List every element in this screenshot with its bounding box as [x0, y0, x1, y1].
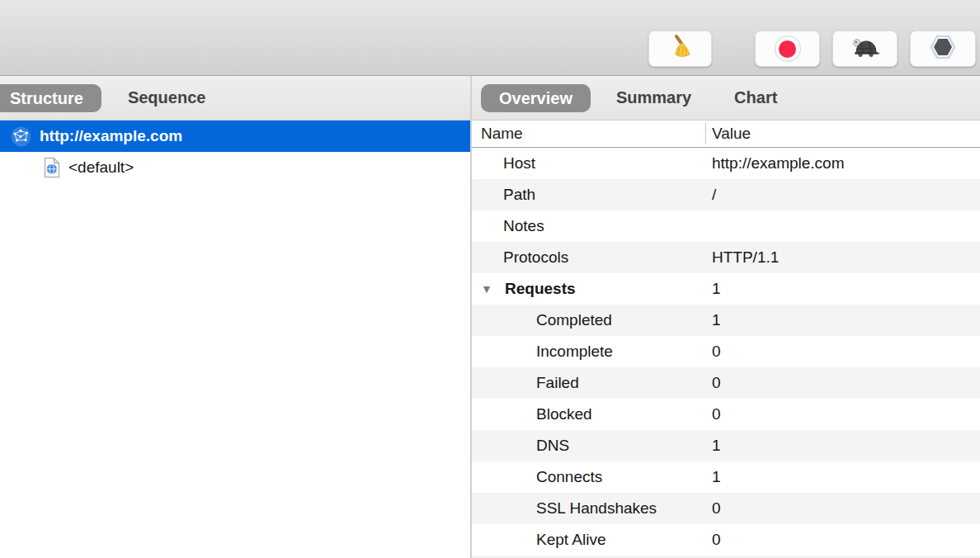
- table-row-notes[interactable]: Notes: [472, 210, 980, 242]
- table-row-requests[interactable]: ▼ Requests 1: [472, 273, 980, 305]
- row-value: 0: [712, 531, 980, 549]
- row-value: 0: [712, 343, 980, 361]
- left-tabbar: Structure Sequence: [0, 76, 470, 121]
- site-tree: http://example.com <default>: [0, 121, 470, 558]
- table-row-failed[interactable]: Failed 0: [472, 367, 980, 399]
- tree-item-label: <default>: [68, 158, 134, 177]
- broom-icon: [667, 33, 695, 64]
- record-button[interactable]: [755, 31, 820, 67]
- row-name: Connects: [472, 468, 712, 486]
- main-area: Structure Sequence: [0, 76, 980, 558]
- row-value: 0: [712, 405, 980, 423]
- row-name: Blocked: [472, 405, 712, 423]
- throttle-button[interactable]: [832, 31, 898, 67]
- table-row-dns[interactable]: DNS 1: [472, 430, 980, 461]
- row-name: Notes: [472, 217, 712, 235]
- row-name: Path: [472, 186, 712, 204]
- record-icon: [775, 35, 801, 62]
- tools-button[interactable]: [910, 31, 976, 67]
- table-row-completed[interactable]: Completed 1: [472, 305, 980, 336]
- table-row-path[interactable]: Path /: [472, 179, 980, 210]
- row-value: 1: [712, 437, 980, 455]
- row-value: 0: [712, 499, 980, 518]
- toolbar: [0, 0, 980, 76]
- overview-table: Name Value Host http://example.com Path …: [472, 121, 980, 558]
- row-value: http://example.com: [712, 154, 980, 173]
- column-header-name[interactable]: Name: [472, 125, 712, 143]
- structure-panel: Structure Sequence: [0, 76, 470, 558]
- table-row-host[interactable]: Host http://example.com: [472, 148, 980, 179]
- row-name: Failed: [472, 374, 712, 392]
- row-name: Incomplete: [472, 343, 712, 361]
- table-row-connects[interactable]: Connects 1: [472, 461, 980, 493]
- row-value: 1: [712, 280, 980, 298]
- row-name: Kept Alive: [472, 531, 712, 549]
- tab-sequence[interactable]: Sequence: [128, 88, 205, 107]
- table-row-protocols[interactable]: Protocols HTTP/1.1: [472, 242, 980, 273]
- table-header: Name Value: [472, 121, 980, 148]
- tab-summary[interactable]: Summary: [616, 88, 691, 107]
- table-row-ssl-handshakes[interactable]: SSL Handshakes 0: [472, 493, 980, 524]
- detail-panel: Overview Summary Chart Name Value Host h…: [472, 76, 980, 558]
- clear-session-button[interactable]: [648, 31, 712, 67]
- table-row-blocked[interactable]: Blocked 0: [472, 399, 980, 430]
- row-name: Completed: [472, 311, 712, 329]
- charles-proxy-window: Structure Sequence: [0, 0, 980, 558]
- tab-chart[interactable]: Chart: [734, 88, 777, 107]
- row-value: 1: [712, 311, 980, 329]
- row-value: /: [712, 186, 980, 204]
- row-value: HTTP/1.1: [712, 248, 980, 267]
- document-globe-icon: [43, 157, 61, 178]
- tree-item-label: http://example.com: [40, 127, 182, 145]
- row-name: DNS: [472, 437, 712, 455]
- turtle-icon: [850, 34, 881, 64]
- tree-item-default[interactable]: <default>: [0, 152, 470, 183]
- row-name: Host: [472, 154, 712, 173]
- table-row-kept-alive[interactable]: Kept Alive 0: [472, 524, 980, 556]
- right-tabbar: Overview Summary Chart: [472, 76, 980, 121]
- hexagon-icon: [928, 33, 958, 64]
- site-globe-icon: [10, 125, 32, 148]
- tab-overview[interactable]: Overview: [481, 84, 591, 112]
- row-value: 1: [712, 468, 980, 486]
- table-row-incomplete[interactable]: Incomplete 0: [472, 336, 980, 367]
- row-name: Protocols: [472, 248, 712, 267]
- tab-structure[interactable]: Structure: [0, 84, 101, 112]
- tree-item-host[interactable]: http://example.com: [0, 121, 470, 152]
- disclosure-triangle-icon[interactable]: ▼: [481, 282, 496, 296]
- column-divider[interactable]: [705, 123, 706, 144]
- row-name: SSL Handshakes: [472, 499, 712, 518]
- row-name: Requests: [505, 280, 576, 298]
- column-header-value[interactable]: Value: [712, 125, 751, 143]
- row-value: 0: [712, 374, 980, 392]
